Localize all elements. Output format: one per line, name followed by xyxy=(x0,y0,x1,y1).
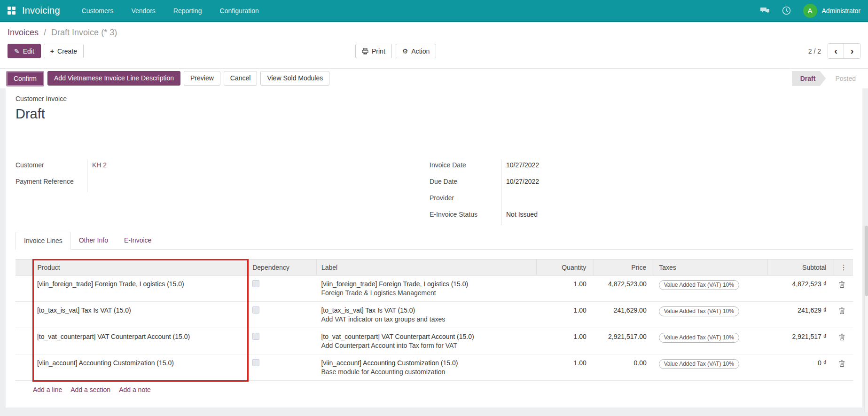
product-cell[interactable]: [viin_foreign_trade] Foreign Trade, Logi… xyxy=(32,275,248,302)
statusbar: Confirm Add Vietnamese Invoice Line Desc… xyxy=(0,69,868,88)
breadcrumb-invoices-link[interactable]: Invoices xyxy=(8,28,39,37)
invoice-lines-table-container: Product Dependency Label Quantity Price … xyxy=(16,259,853,399)
messages-icon[interactable] xyxy=(760,7,770,15)
quantity-cell[interactable]: 1.00 xyxy=(536,354,594,381)
quantity-cell[interactable]: 1.00 xyxy=(536,328,594,354)
menu-vendors[interactable]: Vendors xyxy=(131,7,155,15)
invoice-form-sheet: Customer Invoice Draft Customer KH 2 Pay… xyxy=(6,88,862,408)
taxes-cell[interactable]: Value Added Tax (VAT) 10% xyxy=(654,354,768,381)
taxes-cell[interactable]: Value Added Tax (VAT) 10% xyxy=(654,275,768,302)
subtotal-column-header[interactable]: Subtotal xyxy=(767,259,834,275)
quantity-column-header[interactable]: Quantity xyxy=(536,259,594,275)
product-column-header[interactable]: Product xyxy=(32,259,248,275)
status-widget: Draft Posted xyxy=(792,71,862,86)
invoice-line-row[interactable]: [viin_account] Accounting Customization … xyxy=(16,354,853,381)
row-handle-cell xyxy=(16,328,32,354)
dependency-checkbox[interactable] xyxy=(252,359,259,366)
dependency-cell xyxy=(248,354,317,381)
label-cell[interactable]: [viin_foreign_trade] Foreign Trade, Logi… xyxy=(316,275,536,302)
customer-value-link[interactable]: KH 2 xyxy=(92,161,107,169)
confirm-button[interactable]: Confirm xyxy=(6,71,44,86)
invoice-line-row[interactable]: [viin_foreign_trade] Foreign Trade, Logi… xyxy=(16,275,853,302)
row-handle-cell xyxy=(16,354,32,381)
app-title[interactable]: Invoicing xyxy=(22,5,60,16)
menu-customers[interactable]: Customers xyxy=(82,7,114,15)
cancel-button[interactable]: Cancel xyxy=(224,71,258,86)
invoice-line-row[interactable]: [to_vat_counterpart] VAT Counterpart Acc… xyxy=(16,328,853,354)
add-a-section-link[interactable]: Add a section xyxy=(70,386,110,393)
user-name: Administrator xyxy=(822,7,860,15)
add-vietnamese-description-button[interactable]: Add Vietnamese Invoice Line Description xyxy=(47,71,180,86)
content-background: Customer Invoice Draft Customer KH 2 Pay… xyxy=(0,88,868,416)
dependency-cell xyxy=(248,302,317,328)
price-cell[interactable]: 2,921,517.00 xyxy=(594,328,654,354)
product-cell[interactable]: [to_vat_counterpart] VAT Counterpart Acc… xyxy=(32,328,248,354)
price-column-header[interactable]: Price xyxy=(594,259,654,275)
tab-other-info[interactable]: Other Info xyxy=(71,232,116,250)
taxes-cell[interactable]: Value Added Tax (VAT) 10% xyxy=(654,302,768,328)
action-button[interactable]: ⚙ Action xyxy=(396,44,436,58)
view-sold-modules-button[interactable]: View Sold Modules xyxy=(260,71,329,86)
dependency-cell xyxy=(248,275,317,302)
price-cell[interactable]: 0.00 xyxy=(594,354,654,381)
gear-icon: ⚙ xyxy=(402,47,408,55)
provider-value[interactable] xyxy=(501,192,844,209)
activities-clock-icon[interactable] xyxy=(782,6,791,15)
product-cell[interactable]: [viin_account] Accounting Customization … xyxy=(32,354,248,381)
status-posted[interactable]: Posted xyxy=(826,71,862,86)
quantity-cell[interactable]: 1.00 xyxy=(536,302,594,328)
scrollbar[interactable] xyxy=(864,226,868,412)
pager-next-button[interactable]: › xyxy=(844,44,860,58)
invoice-date-value[interactable]: 10/27/2022 xyxy=(501,159,844,176)
invoice-line-row[interactable]: [to_tax_is_vat] Tax Is VAT (15.0) [to_ta… xyxy=(16,302,853,328)
trash-icon[interactable] xyxy=(839,333,845,342)
tax-badge: Value Added Tax (VAT) 10% xyxy=(659,359,739,369)
due-date-value[interactable]: 10/27/2022 xyxy=(501,176,844,192)
top-navbar: Invoicing Customers Vendors Reporting Co… xyxy=(0,0,868,22)
subtotal-cell: 4,872,523 ₫ xyxy=(767,275,834,302)
dependency-cell xyxy=(248,328,317,354)
add-a-line-link[interactable]: Add a line xyxy=(33,386,62,393)
label-cell[interactable]: [to_tax_is_vat] Tax Is VAT (15.0) Add VA… xyxy=(316,302,536,328)
create-button[interactable]: + Create xyxy=(44,44,84,58)
product-cell[interactable]: [to_tax_is_vat] Tax Is VAT (15.0) xyxy=(32,302,248,328)
price-cell[interactable]: 241,629.00 xyxy=(594,302,654,328)
trash-icon[interactable] xyxy=(839,359,845,369)
add-a-note-link[interactable]: Add a note xyxy=(119,386,151,393)
label-cell[interactable]: [to_vat_counterpart] VAT Counterpart Acc… xyxy=(316,328,536,354)
notebook-tabs: Invoice Lines Other Info E-Invoice xyxy=(16,232,853,250)
preview-button[interactable]: Preview xyxy=(184,71,220,86)
apps-grid-icon[interactable] xyxy=(8,7,16,15)
dependency-checkbox[interactable] xyxy=(252,280,259,287)
quantity-cell[interactable]: 1.00 xyxy=(536,275,594,302)
breadcrumb-current: Draft Invoice (* 3) xyxy=(51,28,117,37)
menu-configuration[interactable]: Configuration xyxy=(220,7,259,15)
status-draft[interactable]: Draft xyxy=(792,71,826,86)
field-groups: Customer KH 2 Payment Reference Invoice … xyxy=(16,159,853,225)
user-menu[interactable]: A Administrator xyxy=(803,4,860,18)
scrollbar-thumb[interactable] xyxy=(865,226,868,296)
dependency-checkbox[interactable] xyxy=(252,306,259,314)
tab-invoice-lines[interactable]: Invoice Lines xyxy=(16,232,71,250)
taxes-column-header[interactable]: Taxes xyxy=(654,259,768,275)
menu-reporting[interactable]: Reporting xyxy=(173,7,202,15)
tab-e-invoice[interactable]: E-Invoice xyxy=(116,232,159,250)
pager-previous-button[interactable]: ‹ xyxy=(828,44,844,58)
label-column-header[interactable]: Label xyxy=(316,259,536,275)
delete-cell xyxy=(834,302,853,328)
price-cell[interactable]: 4,872,523.00 xyxy=(594,275,654,302)
table-header-row: Product Dependency Label Quantity Price … xyxy=(16,259,853,275)
edit-button[interactable]: ✎ Edit xyxy=(8,44,41,58)
dependency-checkbox[interactable] xyxy=(252,333,259,340)
print-button[interactable]: Print xyxy=(355,44,392,58)
taxes-cell[interactable]: Value Added Tax (VAT) 10% xyxy=(654,328,768,354)
pager-count: 2 / 2 xyxy=(808,47,821,55)
trash-icon[interactable] xyxy=(839,306,845,316)
dependency-column-header[interactable]: Dependency xyxy=(248,259,317,275)
payment-reference-value[interactable] xyxy=(87,176,430,192)
optional-columns-icon[interactable]: ⋮ xyxy=(839,263,848,272)
page-title: Draft xyxy=(16,106,853,122)
label-cell[interactable]: [viin_account] Accounting Customization … xyxy=(316,354,536,381)
control-panel: Invoices / Draft Invoice (* 3) ✎ Edit + … xyxy=(0,22,868,69)
trash-icon[interactable] xyxy=(839,280,845,290)
